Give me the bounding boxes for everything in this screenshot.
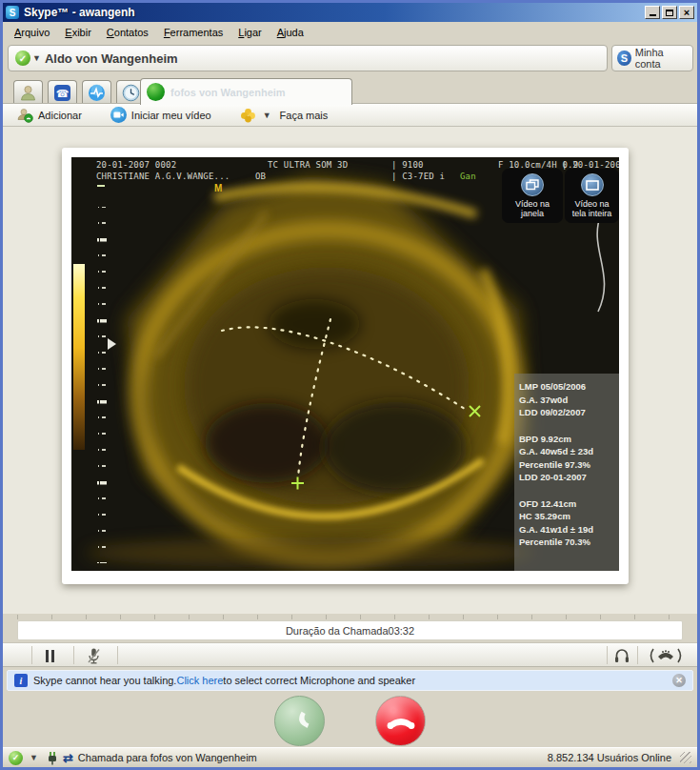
video-panel: 20-01-2007 0002 TC ULTRA SOM 3D | 9100 F… [3, 127, 697, 614]
menu-contatos[interactable]: Contatos [99, 24, 156, 41]
call-buttons-area [3, 692, 697, 747]
menu-ferramentas[interactable]: Ferramentas [156, 24, 230, 41]
notification-text: Skype cannot hear you talking. [33, 675, 176, 686]
window-title: Skype™ - awangenh [24, 6, 645, 19]
add-contact-icon [16, 108, 33, 123]
online-status-icon[interactable]: ✓ [15, 51, 30, 66]
status-dropdown-icon[interactable]: ▼ [32, 53, 41, 63]
status-caret-icon[interactable]: ▼ [30, 753, 38, 762]
close-button[interactable]: × [679, 6, 694, 19]
add-to-call-button[interactable]: Adicionar [16, 108, 82, 123]
tab-active-call[interactable]: fofos von Wangenheim [140, 78, 352, 105]
measurement-panel: LMP 05/05/2006 G.A. 37w0d LDD 09/02/2007… [514, 374, 619, 571]
menu-arquivo[interactable]: Arquivo [7, 24, 57, 41]
answer-call-button[interactable] [274, 696, 325, 746]
minimize-button[interactable] [645, 6, 660, 19]
us-exam-type: OB [255, 172, 266, 181]
video-camera-icon [110, 107, 127, 123]
hangup-call-button[interactable] [375, 696, 426, 746]
audio-settings-button[interactable] [613, 647, 630, 663]
notification-link[interactable]: Click here [176, 675, 223, 686]
mute-microphone-button[interactable] [87, 647, 101, 665]
call-quality-button[interactable] [647, 647, 685, 664]
user-bar: ✓ ▼ Aldo von Wangenheim [8, 45, 608, 71]
us-probe: | C3-7ED i [391, 172, 445, 181]
call-controls-bar [3, 642, 697, 667]
status-online-icon[interactable]: ✓ [9, 751, 23, 765]
menu-ligar[interactable]: Ligar [230, 24, 269, 41]
skype-logo-icon: S [6, 6, 19, 19]
titlebar: S Skype™ - awangenh × [3, 3, 697, 22]
measurement-block-bpd: BPD 9.92cm G.A. 40w5d ± 23d Percentile 9… [519, 433, 619, 484]
us-exam-id: 20-01-2007 0002 [96, 160, 176, 170]
plug-icon[interactable] [47, 751, 58, 765]
pulse-icon [88, 84, 106, 102]
call-duration-label: Duração da Chamada [286, 625, 389, 637]
gain-colorbar [73, 264, 85, 450]
start-video-label: Iniciar meu vídeo [131, 110, 211, 121]
status-bar: ✓ ▼ ⇄ Chamada para fofos von Wangenheim … [3, 747, 697, 767]
users-online-text: 8.852.134 Usuários Online [548, 752, 671, 763]
video-fullscreen-label: Vídeo na tela inteira [572, 199, 612, 218]
video-in-window-label: Vídeo na janela [515, 199, 550, 218]
us-patient-name: CHRISTIANE A.G.V.WANGE... [96, 172, 230, 181]
answer-phone-icon [286, 707, 314, 736]
tab-dial-phone[interactable]: ☎ [48, 80, 77, 104]
telephone-icon: ☎ [53, 84, 71, 102]
minimize-icon [650, 14, 656, 16]
fullscreen-video-icon [581, 173, 604, 196]
tab-bar: ☎ fofos von Wangenheim [3, 77, 697, 103]
contact-person-icon [19, 84, 37, 102]
more-dropdown-icon: ▼ [263, 111, 271, 120]
us-gain: Gan [460, 172, 476, 181]
notification-close-button[interactable]: ✕ [672, 674, 686, 687]
resize-grip[interactable] [680, 752, 691, 763]
maximize-icon [666, 10, 673, 16]
video-fullscreen-button[interactable]: Vídeo na tela inteira [565, 169, 619, 223]
user-name: Aldo von Wangenheim [45, 51, 178, 66]
tab-live[interactable] [82, 80, 111, 104]
my-account-label: Minha conta [635, 47, 688, 70]
do-more-button[interactable]: ▼ Faça mais [240, 108, 329, 123]
svg-text:☎: ☎ [56, 88, 70, 99]
call-duration-bar: Duração da Chamada03:32 [17, 620, 683, 640]
skype-window: S Skype™ - awangenh × Arquivo Exibir Con… [0, 0, 700, 770]
start-my-video-button[interactable]: Iniciar meu vídeo [110, 107, 211, 123]
video-frame: 20-01-2007 0002 TC ULTRA SOM 3D | 9100 F… [62, 148, 629, 584]
skype-s-icon: S [617, 51, 631, 66]
measurement-block-lmp: LMP 05/05/2006 G.A. 37w0d LDD 09/02/2007 [519, 380, 619, 419]
video-in-window-button[interactable]: Vídeo na janela [502, 169, 563, 223]
ultrasound-video: 20-01-2007 0002 TC ULTRA SOM 3D | 9100 F… [71, 157, 619, 571]
us-orientation-marker: M [214, 183, 222, 193]
measurement-block-ofd: OFD 12.41cm HC 35.29cm G.A. 41w1d ± 19d … [519, 497, 619, 549]
menu-exibir[interactable]: Exibir [57, 24, 99, 41]
notification-bar: i Skype cannot hear you talking. Click h… [7, 670, 693, 691]
menu-bar: Arquivo Exibir Contatos Ferramentas Liga… [3, 22, 697, 42]
timeline-ticks [17, 615, 684, 619]
focus-marker-icon [108, 338, 116, 350]
do-more-label: Faça mais [280, 110, 329, 121]
info-icon: i [14, 674, 28, 687]
extras-puzzle-icon [240, 108, 256, 123]
call-duration-time: 03:32 [389, 625, 415, 637]
active-call-tab-label: fofos von Wangenheim [170, 87, 286, 98]
add-label: Adicionar [38, 110, 82, 121]
hangup-phone-icon [385, 712, 417, 731]
pause-icon [46, 650, 49, 662]
windowed-video-icon [521, 173, 544, 196]
tab-contacts[interactable] [13, 80, 43, 104]
my-account-button[interactable]: S Minha conta [611, 45, 693, 71]
call-toolbar: Adicionar Iniciar meu vídeo ▼ Faça mais [3, 103, 697, 127]
clock-icon [122, 84, 140, 102]
us-cursor [97, 185, 105, 187]
us-mode: TC ULTRA SOM 3D [268, 160, 348, 170]
hold-call-button[interactable] [41, 648, 58, 663]
us-freq: | 9100 [391, 160, 424, 170]
maximize-button[interactable] [662, 6, 677, 19]
transfer-arrows-icon[interactable]: ⇄ [63, 752, 73, 764]
call-status-text: Chamada para fofos von Wangenheim [78, 752, 257, 763]
menu-ajuda[interactable]: Ajuda [270, 24, 311, 41]
notification-text-after: to select correct Microphone and speaker [223, 675, 415, 686]
call-phone-icon [147, 83, 165, 101]
